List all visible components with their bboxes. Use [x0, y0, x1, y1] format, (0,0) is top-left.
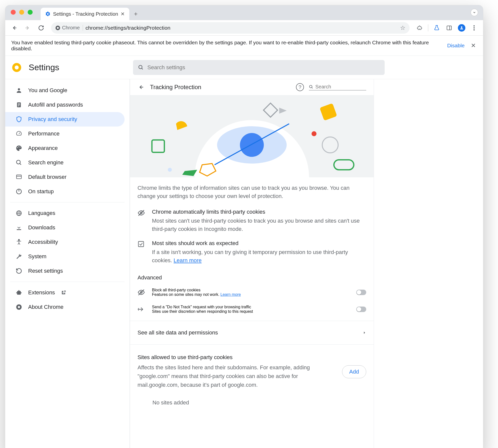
- browser-window: Settings - Tracking Protection ✕ ＋ Chrom…: [5, 5, 483, 448]
- content-search[interactable]: [309, 84, 366, 90]
- all-site-data-row[interactable]: See all site data and permissions: [130, 324, 374, 341]
- toggle-block-cookies: Block all third-party cookies Features o…: [130, 284, 374, 301]
- nav-languages[interactable]: Languages: [5, 206, 125, 220]
- shield-icon: [15, 116, 23, 123]
- puzzle-icon: [15, 289, 23, 296]
- profile-button[interactable]: [456, 22, 467, 33]
- svg-point-34: [18, 239, 19, 240]
- svg-point-49: [312, 131, 317, 136]
- menu-button[interactable]: [469, 22, 480, 33]
- svg-line-25: [20, 163, 21, 165]
- labs-button[interactable]: [431, 22, 442, 33]
- nav-autofill[interactable]: Autofill and passwords: [5, 98, 125, 112]
- settings-search-input[interactable]: [147, 64, 380, 71]
- nav-label: Appearance: [28, 145, 58, 151]
- nav-on-startup[interactable]: On startup: [5, 184, 125, 199]
- svg-point-43: [240, 133, 264, 157]
- maximize-window-button[interactable]: [28, 10, 33, 15]
- svg-point-15: [18, 88, 20, 90]
- toggle-title: Send a "Do Not Track" request with your …: [152, 305, 350, 309]
- accessibility-icon: [15, 238, 23, 246]
- nav-accessibility[interactable]: Accessibility: [5, 235, 125, 249]
- toggle-desc: Features on some sites may not work.: [152, 292, 220, 297]
- nav-label: Privacy and security: [28, 116, 77, 123]
- clipboard-icon: [15, 101, 23, 109]
- content-search-input[interactable]: [315, 84, 366, 90]
- svg-point-12: [15, 65, 19, 69]
- block-cookies-toggle[interactable]: [356, 290, 366, 295]
- svg-point-24: [16, 160, 20, 164]
- nav-label: Autofill and passwords: [28, 102, 83, 108]
- site-info-button[interactable]: Chrome: [55, 25, 83, 31]
- svg-rect-26: [16, 175, 21, 179]
- svg-point-38: [309, 85, 312, 88]
- do-not-track-toggle[interactable]: [356, 307, 366, 312]
- nav-extensions[interactable]: Extensions: [5, 285, 125, 300]
- svg-marker-60: [364, 331, 365, 334]
- info-sites-work: Most sites should work as expected If a …: [130, 238, 374, 269]
- bookmark-button[interactable]: ☆: [400, 24, 406, 31]
- nav-downloads[interactable]: Downloads: [5, 220, 125, 235]
- divider: [130, 321, 374, 321]
- forward-button[interactable]: [22, 22, 33, 33]
- title-bar: Settings - Tracking Protection ✕ ＋: [5, 5, 483, 20]
- nav-label: Downloads: [28, 224, 55, 231]
- svg-line-14: [142, 68, 143, 69]
- nav-default-browser[interactable]: Default browser: [5, 170, 125, 184]
- new-tab-button[interactable]: ＋: [133, 10, 139, 20]
- nav-label: Accessibility: [28, 239, 58, 245]
- back-arrow-button[interactable]: [138, 84, 145, 90]
- svg-rect-17: [18, 104, 20, 104]
- nav-label: System: [28, 253, 46, 260]
- palette-icon: [15, 144, 23, 152]
- separator: [428, 24, 428, 31]
- nav-about[interactable]: About Chrome: [5, 300, 125, 314]
- chevron-right-icon: [363, 331, 366, 334]
- close-window-button[interactable]: [11, 10, 16, 15]
- nav-search-engine[interactable]: Search engine: [5, 155, 125, 170]
- nav-label: Extensions: [28, 289, 55, 296]
- reload-button[interactable]: [36, 22, 47, 33]
- search-icon: [309, 84, 313, 89]
- help-button[interactable]: ?: [296, 83, 304, 91]
- infobar-disable-link[interactable]: Disable: [447, 43, 465, 49]
- nav-appearance[interactable]: Appearance: [5, 141, 125, 155]
- add-site-button[interactable]: Add: [342, 365, 366, 378]
- address-bar[interactable]: Chrome chrome://settings/trackingProtect…: [51, 22, 410, 34]
- browser-toolbar: Chrome chrome://settings/trackingProtect…: [5, 20, 483, 36]
- side-panel-button[interactable]: [444, 22, 455, 33]
- hero-illustration: [130, 95, 374, 177]
- site-label: Chrome: [62, 25, 80, 31]
- minimize-window-button[interactable]: [19, 10, 24, 15]
- back-button[interactable]: [9, 22, 20, 33]
- avatar-icon: [458, 24, 465, 32]
- extensions-button[interactable]: [414, 22, 425, 33]
- info-desc: Most sites can't use third-party cookies…: [152, 217, 366, 233]
- svg-rect-57: [139, 242, 144, 247]
- svg-point-8: [474, 25, 475, 26]
- download-icon: [15, 224, 23, 231]
- nav-you-and-google[interactable]: You and Google: [5, 83, 125, 98]
- app-body: You and Google Autofill and passwords Pr…: [5, 79, 483, 448]
- infobar-text: You have enabled testing third-party coo…: [11, 40, 442, 52]
- nav-label: Languages: [28, 210, 55, 216]
- learn-more-link[interactable]: Learn more: [174, 257, 202, 263]
- nav-privacy[interactable]: Privacy and security: [5, 112, 125, 127]
- learn-more-link[interactable]: Learn more: [220, 292, 241, 297]
- checkbox-icon: [138, 240, 146, 264]
- section-title: Sites allowed to use third-party cookies: [138, 354, 337, 361]
- nav-label: About Chrome: [28, 304, 64, 310]
- tabs-dropdown-button[interactable]: [471, 9, 478, 16]
- restore-icon: [15, 267, 23, 275]
- settings-app: Settings You and Google Autofill and pas…: [5, 56, 483, 448]
- tab-close-button[interactable]: ✕: [121, 11, 125, 17]
- svg-point-3: [57, 27, 59, 29]
- nav-reset[interactable]: Reset settings: [5, 264, 125, 278]
- browser-tab[interactable]: Settings - Tracking Protection ✕: [41, 8, 129, 20]
- infobar-close-button[interactable]: ✕: [470, 42, 477, 49]
- nav-system[interactable]: System: [5, 249, 125, 264]
- svg-rect-18: [18, 105, 20, 105]
- info-title: Chrome automatically limits third-party …: [152, 209, 366, 215]
- settings-search[interactable]: [133, 60, 385, 75]
- nav-performance[interactable]: Performance: [5, 127, 125, 141]
